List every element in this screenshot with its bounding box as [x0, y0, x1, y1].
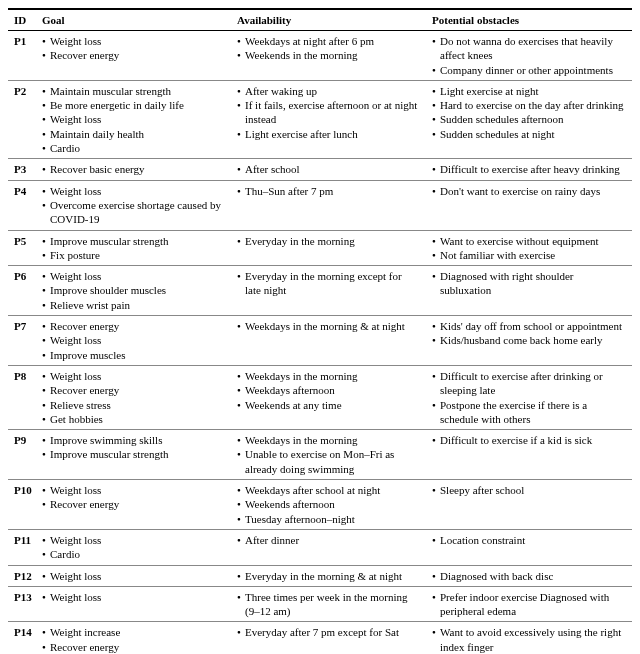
cell-goal: Recover basic energy: [36, 159, 231, 180]
goal-item: Recover energy: [42, 319, 225, 333]
obstacle-item: Prefer indoor exercise Diagnosed with pe…: [432, 590, 626, 619]
cell-goal: Weight lossOvercome exercise shortage ca…: [36, 180, 231, 230]
obstacle-item: Want to exercise without equipment: [432, 234, 626, 248]
table-row: P14Weight increaseRecover energyEveryday…: [8, 622, 632, 654]
cell-goal: Weight lossCardio: [36, 529, 231, 565]
cell-obstacles: Difficult to exercise after drinking or …: [426, 365, 632, 429]
cell-obstacles: Difficult to exercise if a kid is sick: [426, 430, 632, 480]
cell-goal: Weight lossRecover energy: [36, 480, 231, 530]
availability-item: Everyday in the morning: [237, 234, 420, 248]
row-id: P9: [8, 430, 36, 480]
goal-item: Weight loss: [42, 184, 225, 198]
table-row: P6Weight lossImprove shoulder musclesRel…: [8, 266, 632, 316]
availability-item: After dinner: [237, 533, 420, 547]
cell-obstacles: Diagnosed with right shoulder subluxatio…: [426, 266, 632, 316]
cell-goal: Improve swimming skillsImprove muscular …: [36, 430, 231, 480]
cell-availability: Weekdays in the morningUnable to exercis…: [231, 430, 426, 480]
cell-availability: Everyday in the morning except for late …: [231, 266, 426, 316]
availability-item: Everyday after 7 pm except for Sat: [237, 625, 420, 639]
obstacle-item: Difficult to exercise after heavy drinki…: [432, 162, 626, 176]
cell-obstacles: Want to avoid excessively using the righ…: [426, 622, 632, 654]
table-row: P12Weight lossEveryday in the morning & …: [8, 565, 632, 586]
obstacle-item: Not familiar with exercise: [432, 248, 626, 262]
cell-availability: Weekdays in the morning & at night: [231, 316, 426, 366]
cell-goal: Maintain muscular strengthBe more energe…: [36, 80, 231, 158]
cell-obstacles: Kids' day off from school or appointment…: [426, 316, 632, 366]
goal-item: Weight loss: [42, 369, 225, 383]
obstacle-item: Sudden schedules at night: [432, 127, 626, 141]
row-id: P13: [8, 586, 36, 622]
cell-availability: Thu–Sun after 7 pm: [231, 180, 426, 230]
cell-obstacles: Difficult to exercise after heavy drinki…: [426, 159, 632, 180]
row-id: P11: [8, 529, 36, 565]
goal-item: Improve muscular strength: [42, 447, 225, 461]
row-id: P2: [8, 80, 36, 158]
cell-availability: Everyday in the morning & at night: [231, 565, 426, 586]
cell-goal: Weight lossRecover energy: [36, 31, 231, 81]
goal-item: Fix posture: [42, 248, 225, 262]
cell-obstacles: Location constraint: [426, 529, 632, 565]
goal-item: Weight loss: [42, 34, 225, 48]
availability-item: Weekdays in the morning: [237, 369, 420, 383]
goal-item: Improve muscular strength: [42, 234, 225, 248]
obstacle-item: Difficult to exercise if a kid is sick: [432, 433, 626, 447]
cell-availability: After school: [231, 159, 426, 180]
cell-availability: Weekdays after school at nightWeekends a…: [231, 480, 426, 530]
obstacle-item: Company dinner or other appointments: [432, 63, 626, 77]
goal-item: Maintain daily health: [42, 127, 225, 141]
cell-obstacles: Prefer indoor exercise Diagnosed with pe…: [426, 586, 632, 622]
availability-item: Unable to exercise on Mon–Fri as already…: [237, 447, 420, 476]
goal-item: Cardio: [42, 141, 225, 155]
obstacle-item: Diagnosed with right shoulder subluxatio…: [432, 269, 626, 298]
goal-item: Relieve wrist pain: [42, 298, 225, 312]
goal-item: Improve swimming skills: [42, 433, 225, 447]
obstacle-item: Difficult to exercise after drinking or …: [432, 369, 626, 398]
availability-item: Weekdays at night after 6 pm: [237, 34, 420, 48]
header-obstacles: Potential obstacles: [426, 9, 632, 31]
obstacle-item: Kids' day off from school or appointment: [432, 319, 626, 333]
availability-item: Weekdays in the morning: [237, 433, 420, 447]
table-row: P11Weight lossCardioAfter dinnerLocation…: [8, 529, 632, 565]
goal-item: Recover basic energy: [42, 162, 225, 176]
availability-item: After waking up: [237, 84, 420, 98]
cell-availability: Three times per week in the morning (9–1…: [231, 586, 426, 622]
row-id: P5: [8, 230, 36, 266]
availability-item: Weekdays afternoon: [237, 383, 420, 397]
cell-goal: Weight increaseRecover energy: [36, 622, 231, 654]
goal-item: Be more energetic in daily life: [42, 98, 225, 112]
row-id: P6: [8, 266, 36, 316]
table-row: P3Recover basic energyAfter schoolDiffic…: [8, 159, 632, 180]
availability-item: Light exercise after lunch: [237, 127, 420, 141]
availability-item: Tuesday afternoon–night: [237, 512, 420, 526]
cell-goal: Weight lossRecover energyRelieve stressG…: [36, 365, 231, 429]
table-row: P10Weight lossRecover energyWeekdays aft…: [8, 480, 632, 530]
table-body: P1Weight lossRecover energyWeekdays at n…: [8, 31, 632, 655]
table-row: P5Improve muscular strengthFix postureEv…: [8, 230, 632, 266]
cell-obstacles: Sleepy after school: [426, 480, 632, 530]
goal-item: Overcome exercise shortage caused by COV…: [42, 198, 225, 227]
goal-item: Cardio: [42, 547, 225, 561]
cell-obstacles: Light exercise at nightHard to exercise …: [426, 80, 632, 158]
goal-item: Weight loss: [42, 112, 225, 126]
row-id: P3: [8, 159, 36, 180]
row-id: P7: [8, 316, 36, 366]
availability-item: Thu–Sun after 7 pm: [237, 184, 420, 198]
cell-goal: Improve muscular strengthFix posture: [36, 230, 231, 266]
row-id: P1: [8, 31, 36, 81]
cell-obstacles: Want to exercise without equipmentNot fa…: [426, 230, 632, 266]
data-table: ID Goal Availability Potential obstacles…: [8, 8, 632, 654]
obstacle-item: Hard to exercise on the day after drinki…: [432, 98, 626, 112]
cell-goal: Weight loss: [36, 586, 231, 622]
availability-item: Everyday in the morning & at night: [237, 569, 420, 583]
goal-item: Weight loss: [42, 569, 225, 583]
goal-item: Weight loss: [42, 533, 225, 547]
availability-item: After school: [237, 162, 420, 176]
header-availability: Availability: [231, 9, 426, 31]
cell-goal: Weight loss: [36, 565, 231, 586]
availability-item: Weekdays after school at night: [237, 483, 420, 497]
goal-item: Recover energy: [42, 48, 225, 62]
goal-item: Weight increase: [42, 625, 225, 639]
goal-item: Weight loss: [42, 269, 225, 283]
obstacle-item: Kids/husband come back home early: [432, 333, 626, 347]
cell-goal: Recover energyWeight lossImprove muscles: [36, 316, 231, 366]
